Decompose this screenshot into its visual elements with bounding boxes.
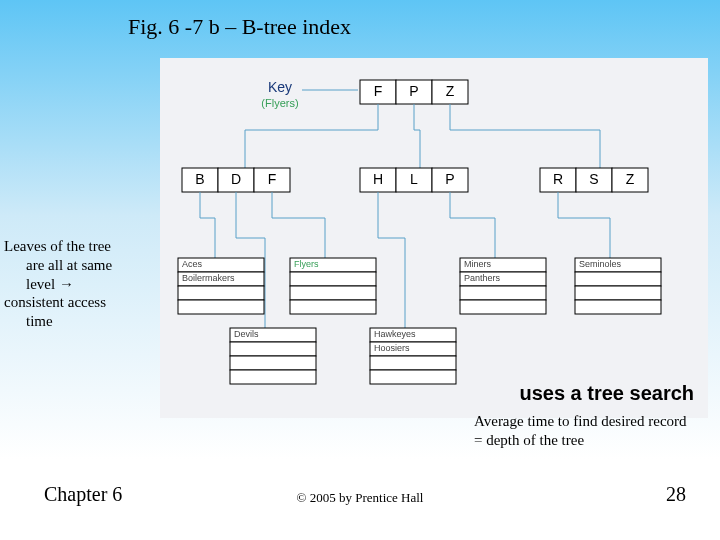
svg-text:F: F bbox=[374, 83, 383, 99]
svg-text:Devils: Devils bbox=[234, 329, 259, 339]
svg-text:P: P bbox=[445, 171, 454, 187]
svg-text:Panthers: Panthers bbox=[464, 273, 501, 283]
leaf-3: Flyers bbox=[290, 258, 376, 314]
svg-text:P: P bbox=[409, 83, 418, 99]
svg-rect-39 bbox=[460, 300, 546, 314]
copyright-text: © 2005 by Prentice Hall bbox=[0, 490, 720, 506]
svg-rect-27 bbox=[178, 286, 264, 300]
mid-left: B D F bbox=[182, 168, 290, 192]
leaf-6: Seminoles bbox=[575, 258, 661, 314]
average-time-note: Average time to find desired record = de… bbox=[474, 412, 694, 450]
svg-text:Hawkeyes: Hawkeyes bbox=[374, 329, 416, 339]
svg-rect-38 bbox=[460, 286, 546, 300]
svg-text:R: R bbox=[553, 171, 563, 187]
mid-center: H L P bbox=[360, 168, 468, 192]
svg-text:Seminoles: Seminoles bbox=[579, 259, 622, 269]
svg-text:L: L bbox=[410, 171, 418, 187]
svg-rect-34 bbox=[290, 300, 376, 314]
svg-text:S: S bbox=[589, 171, 598, 187]
mid-right: R S Z bbox=[540, 168, 648, 192]
svg-rect-54 bbox=[370, 356, 456, 370]
svg-rect-49 bbox=[230, 356, 316, 370]
svg-rect-48 bbox=[230, 342, 316, 356]
key-label: Key bbox=[268, 79, 292, 95]
btree-diagram: .bx{fill:#fff;stroke:#000;stroke-width:1… bbox=[160, 58, 708, 418]
side-note: Leaves of the tree are all at same level… bbox=[4, 237, 152, 331]
svg-text:D: D bbox=[231, 171, 241, 187]
svg-text:H: H bbox=[373, 171, 383, 187]
svg-text:B: B bbox=[195, 171, 204, 187]
svg-text:Miners: Miners bbox=[464, 259, 492, 269]
svg-text:Z: Z bbox=[446, 83, 455, 99]
leaf-4: HawkeyesHoosiers bbox=[370, 328, 456, 384]
svg-text:Hoosiers: Hoosiers bbox=[374, 343, 410, 353]
svg-text:Flyers: Flyers bbox=[294, 259, 319, 269]
svg-rect-55 bbox=[370, 370, 456, 384]
svg-rect-33 bbox=[290, 286, 376, 300]
svg-text:Aces: Aces bbox=[182, 259, 203, 269]
svg-rect-43 bbox=[575, 272, 661, 286]
figure-title: Fig. 6 -7 b – B-tree index bbox=[128, 14, 351, 40]
leaf-5: MinersPanthers bbox=[460, 258, 546, 314]
svg-text:Boilermakers: Boilermakers bbox=[182, 273, 235, 283]
uses-tree-search: uses a tree search bbox=[519, 382, 694, 405]
svg-text:F: F bbox=[268, 171, 277, 187]
leaf-2: Devils bbox=[230, 328, 316, 384]
leaf-1: AcesBoilermakers bbox=[178, 258, 264, 314]
svg-text:Z: Z bbox=[626, 171, 635, 187]
page-number: 28 bbox=[666, 483, 686, 506]
svg-rect-50 bbox=[230, 370, 316, 384]
svg-rect-32 bbox=[290, 272, 376, 286]
svg-rect-28 bbox=[178, 300, 264, 314]
svg-rect-45 bbox=[575, 300, 661, 314]
key-example: (Flyers) bbox=[261, 97, 298, 109]
root-node: F P Z bbox=[360, 80, 468, 104]
svg-rect-44 bbox=[575, 286, 661, 300]
